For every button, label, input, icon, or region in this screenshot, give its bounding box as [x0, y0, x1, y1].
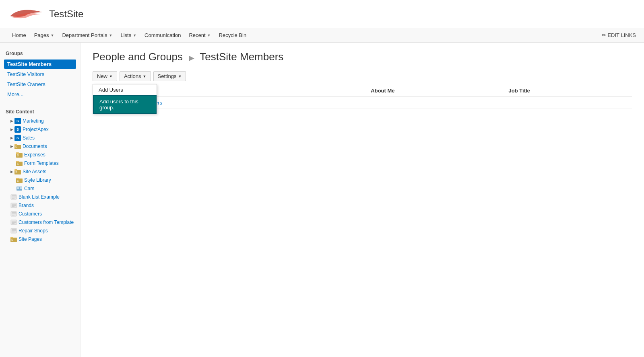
tree-item-projectapex[interactable]: ▶ S ProjectApex: [4, 125, 76, 133]
table-row: TestSite Members: [93, 96, 632, 109]
new-btn-arrow: ▼: [109, 74, 113, 78]
page-title: TestSite Members: [200, 51, 283, 63]
list-icon-brands: [10, 202, 17, 209]
svg-text:S: S: [17, 162, 19, 165]
page-heading: People and Groups ▶ TestSite Members: [93, 51, 632, 63]
nav-lists[interactable]: Lists ▼: [116, 28, 140, 43]
tree-item-site-pages[interactable]: S Site Pages: [4, 235, 76, 243]
table-header-row: Name About Me Job Title: [93, 85, 632, 96]
dept-portals-arrow: ▼: [109, 33, 112, 37]
tree-item-cars[interactable]: Cars: [4, 185, 76, 193]
nav-bar: Home Pages ▼ Department Portals ▼ Lists …: [0, 28, 644, 43]
svg-rect-16: [17, 187, 19, 189]
tree-item-blank-list[interactable]: Blank List Example: [4, 193, 76, 201]
breadcrumb-arrow: ▶: [189, 54, 196, 62]
tree-item-sales[interactable]: ▶ S Sales: [4, 134, 76, 142]
list-icon-repair-shops: [10, 228, 17, 234]
actions-button[interactable]: Actions ▼: [120, 71, 151, 81]
col-about-me: About Me: [367, 85, 504, 96]
list-img-icon-cars: [16, 185, 23, 192]
settings-btn-arrow: ▼: [178, 74, 182, 78]
site-title: TestSite: [49, 8, 83, 20]
folder-icon-site-assets: S: [14, 168, 21, 175]
tree-item-brands[interactable]: Brands: [4, 201, 76, 209]
site-logo: [8, 4, 44, 24]
toolbar: New ▼ Add Users Add users to this group.…: [93, 71, 632, 81]
recent-arrow: ▼: [207, 33, 211, 37]
groups-section-title: Groups: [4, 51, 76, 56]
tree-item-marketing[interactable]: ▶ S Marketing: [4, 117, 76, 125]
svg-text:S: S: [11, 238, 13, 241]
folder-icon-expenses: S: [16, 152, 23, 158]
tree-item-site-assets[interactable]: ▶ S Site Assets: [4, 168, 76, 176]
svg-text:S: S: [15, 146, 17, 148]
folder-s-icon-site-pages: S: [10, 236, 17, 242]
tree-item-expenses[interactable]: S Expenses: [4, 151, 76, 159]
lists-arrow: ▼: [133, 33, 136, 37]
expand-icon: ▶: [10, 170, 13, 174]
new-button[interactable]: New ▼: [93, 71, 117, 81]
expand-icon: ▶: [10, 127, 13, 131]
new-btn-container: New ▼ Add Users Add users to this group.: [93, 71, 117, 81]
svg-text:S: S: [17, 154, 19, 157]
s-icon-sales: S: [14, 135, 21, 141]
pages-arrow: ▼: [51, 33, 54, 37]
dropdown-item-add-users[interactable]: Add Users: [93, 84, 157, 95]
dropdown-item-add-users-group[interactable]: Add users to this group.: [93, 95, 157, 114]
tree-item-repair-shops[interactable]: Repair Shops: [4, 227, 76, 235]
sidebar-more-groups[interactable]: More...: [4, 90, 76, 99]
nav-pages[interactable]: Pages ▼: [30, 28, 58, 43]
table-area: Name About Me Job Title TestSite M: [93, 85, 632, 109]
content-area: People and Groups ▶ TestSite Members New…: [80, 43, 644, 357]
list-icon-customers: [10, 211, 17, 217]
top-header: TestSite: [0, 0, 644, 28]
nav-recycle-bin[interactable]: Recycle Bin: [215, 28, 251, 43]
settings-button[interactable]: Settings ▼: [153, 71, 186, 81]
logo-area: TestSite: [8, 4, 83, 24]
table-header: Name About Me Job Title: [93, 85, 632, 96]
breadcrumb-part1: People and Groups: [93, 51, 183, 63]
nav-home[interactable]: Home: [8, 28, 30, 43]
sidebar-divider: [4, 104, 76, 104]
new-dropdown-menu: Add Users Add users to this group.: [93, 84, 157, 114]
nav-recent[interactable]: Recent ▼: [185, 28, 215, 43]
folder-icon-form-templates: S: [16, 160, 23, 166]
tree-item-style-library[interactable]: S Style Library: [4, 176, 76, 184]
tree-item-documents[interactable]: ▶ S Documents: [4, 142, 76, 150]
row-jobtitle-cell: [505, 96, 632, 109]
tree-item-customers-template[interactable]: Customers from Template: [4, 218, 76, 226]
sidebar-item-testsite-visitors[interactable]: TestSite Visitors: [4, 70, 76, 79]
nav-department-portals[interactable]: Department Portals ▼: [58, 28, 116, 43]
row-about-cell: [367, 96, 504, 109]
members-table: Name About Me Job Title TestSite M: [93, 85, 632, 109]
main-layout: Groups TestSite Members TestSite Visitor…: [0, 43, 644, 357]
col-job-title: Job Title: [505, 85, 632, 96]
folder-icon-documents: S: [14, 143, 21, 150]
svg-text:S: S: [15, 171, 17, 174]
edit-links-button[interactable]: ✏ EDIT LINKS: [602, 32, 636, 38]
site-content-title: Site Content: [4, 109, 76, 115]
svg-rect-17: [20, 187, 22, 189]
expand-icon: ▶: [10, 144, 13, 148]
table-body: TestSite Members: [93, 96, 632, 109]
list-icon-customers-template: [10, 219, 17, 226]
sidebar-item-testsite-members[interactable]: TestSite Members: [4, 60, 76, 69]
nav-communication[interactable]: Communication: [140, 28, 185, 43]
expand-icon: ▶: [10, 119, 13, 123]
sidebar: Groups TestSite Members TestSite Visitor…: [0, 43, 80, 357]
sidebar-item-testsite-owners[interactable]: TestSite Owners: [4, 80, 76, 89]
actions-btn-arrow: ▼: [143, 74, 147, 78]
tree-item-form-templates[interactable]: S Form Templates: [4, 159, 76, 167]
tree-item-customers[interactable]: Customers: [4, 210, 76, 218]
svg-text:S: S: [17, 179, 19, 182]
s-icon-marketing: S: [14, 118, 21, 124]
s-icon-projectapex: S: [14, 126, 21, 133]
folder-icon-style-library: S: [16, 177, 23, 183]
list-icon-blank: [10, 194, 17, 200]
expand-icon: ▶: [10, 136, 13, 140]
